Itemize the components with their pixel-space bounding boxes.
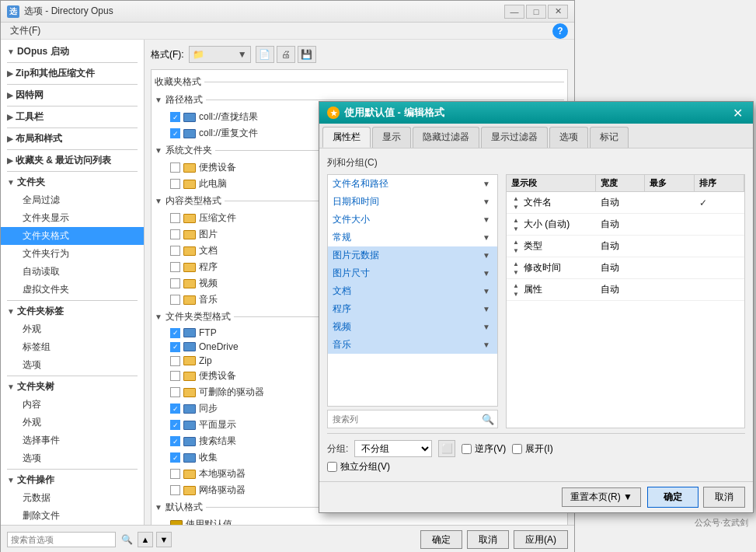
sidebar-item-favorites[interactable]: ▶ 收藏夹 & 最近访问列表 [1, 152, 144, 169]
sidebar-item-folder-format[interactable]: 文件夹格式 [1, 227, 144, 245]
reset-button[interactable]: 重置本页(R) ▼ [562, 487, 641, 507]
table-row[interactable]: ▲ ▼ 大小 (自动) 自动 [507, 214, 744, 236]
sort-up-icon[interactable]: ▲ [511, 238, 521, 246]
sort-up-icon[interactable]: ▲ [511, 260, 521, 267]
file-menu[interactable]: 文件(F) [7, 23, 44, 38]
sidebar-item-file-panel[interactable]: ▼ 文件夹树 [1, 378, 144, 396]
tab-show-filter[interactable]: 显示过滤器 [481, 127, 548, 148]
checkbox[interactable] [170, 262, 180, 272]
sort-up-icon[interactable]: ▲ [511, 281, 521, 289]
checkbox[interactable]: ✓ [170, 112, 180, 122]
checkbox[interactable] [170, 278, 180, 288]
sidebar-item-network[interactable]: ▶ 因特网 [1, 86, 144, 104]
checkbox[interactable] [170, 469, 180, 479]
checkbox[interactable] [170, 356, 180, 366]
print-btn[interactable]: 🖨 [277, 46, 295, 63]
dropdown-arrow-icon[interactable]: ▼ [480, 250, 493, 262]
sidebar-item-layout[interactable]: ▶ 布局和样式 [1, 130, 144, 148]
sidebar-item-options2[interactable]: 选项 [1, 449, 144, 467]
table-row[interactable]: ▲ ▼ 修改时间 自动 [507, 257, 744, 279]
checkbox[interactable] [170, 246, 180, 256]
reverse-checkbox[interactable] [462, 444, 472, 454]
sidebar-item-auto-read[interactable]: 自动读取 [1, 263, 144, 281]
tab-marks[interactable]: 标记 [590, 127, 629, 148]
sidebar-item-delete[interactable]: 删除文件 [1, 507, 144, 525]
sidebar-item-file-ops[interactable]: ▼ 文件操作 [1, 471, 144, 489]
nav-down-btn[interactable]: ▼ [156, 532, 172, 547]
new-format-btn[interactable]: 📄 [256, 46, 274, 63]
sidebar-item-content[interactable]: 内容 [1, 396, 144, 414]
checkbox[interactable]: ✓ [170, 404, 180, 414]
format-dropdown-btn[interactable]: 📁 ▼ [189, 46, 251, 63]
sidebar-item-zip[interactable]: ▶ Zip和其他压缩文件 [1, 65, 144, 82]
col-item-music[interactable]: 音乐 ▼ [328, 336, 497, 354]
checkbox[interactable] [170, 387, 180, 397]
expand-checkbox[interactable] [512, 444, 522, 454]
checkbox[interactable] [170, 162, 180, 173]
col-item-document[interactable]: 文档 ▼ [328, 282, 497, 300]
checkbox[interactable] [170, 485, 180, 495]
sidebar-item-file-labels[interactable]: ▼ 文件夹标签 [1, 302, 144, 320]
checkbox[interactable] [170, 179, 180, 189]
sort-select[interactable]: 不分组 [354, 440, 432, 457]
search-button[interactable]: 🔍 [119, 532, 134, 547]
checkbox[interactable]: ✓ [170, 420, 180, 430]
dropdown-arrow-icon[interactable]: ▼ [480, 303, 493, 316]
close-button[interactable]: ✕ [548, 5, 568, 19]
nav-up-btn[interactable]: ▲ [138, 532, 153, 547]
dropdown-arrow-icon[interactable]: ▼ [480, 321, 493, 334]
checkbox[interactable] [170, 295, 180, 305]
dropdown-arrow-icon[interactable]: ▼ [480, 214, 493, 226]
tree-item-default[interactable]: 使用默认值 [155, 516, 564, 525]
minimize-button[interactable]: — [504, 5, 524, 19]
sidebar-item-label-groups[interactable]: 标签组 [1, 338, 144, 356]
dropdown-arrow-icon[interactable]: ▼ [480, 178, 493, 190]
sort-down-icon[interactable]: ▼ [511, 290, 521, 298]
checkbox[interactable]: ✓ [170, 436, 180, 446]
col-item-filesize[interactable]: 文件大小 ▼ [328, 211, 497, 229]
col-item-program[interactable]: 程序 ▼ [328, 300, 497, 318]
sidebar-item-folder-behavior[interactable]: 文件夹行为 [1, 245, 144, 263]
dropdown-arrow-icon[interactable]: ▼ [480, 196, 493, 208]
checkbox[interactable] [170, 213, 180, 223]
table-row[interactable]: ▲ ▼ 属性 自动 [507, 279, 744, 301]
table-row[interactable]: ▲ ▼ 文件名 自动 ✓ [507, 192, 744, 214]
checkbox[interactable]: ✓ [170, 452, 180, 463]
checkbox[interactable]: ✓ [170, 328, 180, 338]
col-item-image-meta[interactable]: 图片元数据 ▼ [328, 246, 497, 264]
independent-checkbox[interactable] [327, 462, 337, 472]
save-btn[interactable]: 💾 [298, 46, 316, 63]
tab-options[interactable]: 选项 [549, 127, 588, 148]
sidebar-item-toolbar[interactable]: ▶ 工具栏 [1, 108, 144, 126]
dropdown-arrow-icon[interactable]: ▼ [480, 232, 493, 244]
sidebar-item-appearance2[interactable]: 外观 [1, 414, 144, 431]
checkbox[interactable]: ✓ [170, 128, 180, 138]
sidebar-item-folder-display[interactable]: 文件夹显示 [1, 209, 144, 227]
col-item-image-size[interactable]: 图片尺寸 ▼ [328, 264, 497, 282]
tab-attributes[interactable]: 属性栏 [322, 127, 371, 148]
sort-down-icon[interactable]: ▼ [511, 203, 521, 211]
tab-hide-filter[interactable]: 隐藏过滤器 [413, 127, 479, 148]
cancel-button[interactable]: 取消 [467, 530, 509, 549]
col-item-filename[interactable]: 文件名和路径 ▼ [328, 175, 497, 193]
apply-button[interactable]: 应用(A) [514, 530, 568, 549]
ok-button[interactable]: 确定 [420, 530, 462, 549]
tab-display[interactable]: 显示 [372, 127, 411, 148]
sidebar-item-select-event[interactable]: 选择事件 [1, 431, 144, 449]
sidebar-item-global-filter[interactable]: 全局过滤 [1, 191, 144, 209]
sidebar-item-folder[interactable]: ▼ 文件夹 [1, 173, 144, 191]
dropdown-arrow-icon[interactable]: ▼ [480, 267, 493, 280]
sort-down-icon[interactable]: ▼ [511, 225, 521, 232]
dropdown-arrow-icon[interactable]: ▼ [480, 339, 493, 351]
checkbox[interactable]: ✓ [170, 342, 180, 352]
sort-down-icon[interactable]: ▼ [511, 268, 521, 276]
maximize-button[interactable]: □ [526, 5, 546, 19]
sidebar-item-dopus-startup[interactable]: ▼ DOpus 启动 [1, 43, 144, 61]
sort-up-icon[interactable]: ▲ [511, 194, 521, 202]
search-col-input[interactable] [328, 413, 479, 425]
dialog-ok-button[interactable]: 确定 [647, 487, 699, 508]
sort-up-icon[interactable]: ▲ [511, 216, 521, 224]
dialog-cancel-button[interactable]: 取消 [703, 487, 745, 508]
checkbox[interactable] [170, 371, 180, 381]
dialog-close-button[interactable]: ✕ [730, 105, 745, 121]
